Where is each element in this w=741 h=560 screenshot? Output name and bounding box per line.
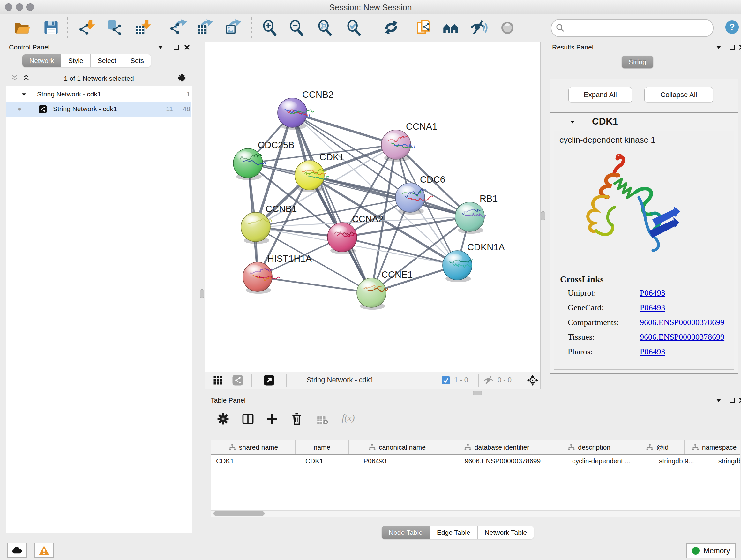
- crosslink-link[interactable]: 9606.ENSP00000378699: [640, 318, 724, 327]
- import-network-file-icon[interactable]: [79, 19, 96, 36]
- search-field[interactable]: [551, 19, 714, 37]
- grid-view-icon[interactable]: [212, 374, 224, 386]
- new-network-from-selection-icon[interactable]: [415, 19, 432, 36]
- results-tab-string[interactable]: String: [622, 56, 653, 68]
- selected-nodes-checkbox[interactable]: [441, 376, 450, 385]
- node-label: CCNA2: [352, 214, 383, 224]
- panel-close-icon[interactable]: [738, 396, 741, 404]
- open-session-icon[interactable]: [14, 19, 30, 36]
- network-node-CDK1[interactable]: CDK1: [295, 152, 344, 192]
- tab-sets[interactable]: Sets: [124, 54, 151, 67]
- save-session-icon[interactable]: [43, 19, 59, 36]
- help-icon[interactable]: ?: [725, 20, 739, 35]
- column-header-description[interactable]: description: [548, 440, 630, 454]
- panel-close-icon[interactable]: [183, 44, 191, 51]
- import-network-database-icon[interactable]: [106, 19, 123, 36]
- show-all-icon[interactable]: [499, 19, 516, 36]
- panel-menu-icon[interactable]: [715, 396, 723, 404]
- delete-column-icon[interactable]: [290, 412, 304, 426]
- hidden-counts: 0 - 0: [497, 376, 512, 384]
- network-collection-row[interactable]: String Network - cdk1 1: [6, 87, 191, 102]
- network-node-CDC25B[interactable]: CDC25B: [233, 140, 294, 180]
- hide-selection-icon[interactable]: [470, 19, 487, 36]
- collection-expander-icon[interactable]: [20, 91, 27, 98]
- table-cell[interactable]: stringdb: [713, 455, 740, 468]
- network-node-CCNE1[interactable]: CCNE1: [357, 269, 413, 310]
- network-node-CCNA1[interactable]: CCNA1: [381, 121, 437, 162]
- column-header-database-identifier[interactable]: database identifier: [445, 440, 548, 454]
- first-neighbors-icon[interactable]: [442, 19, 459, 36]
- protein-expander-icon[interactable]: [569, 118, 576, 125]
- export-table-icon[interactable]: [197, 19, 213, 36]
- crosslink-link[interactable]: P06493: [640, 288, 665, 298]
- column-header--id[interactable]: @id: [630, 440, 684, 454]
- select-columns-icon[interactable]: [241, 412, 255, 426]
- import-table-icon[interactable]: [135, 19, 152, 36]
- table-cell[interactable]: stringdb:9...: [654, 455, 713, 468]
- column-header-shared-name[interactable]: shared name: [211, 440, 295, 454]
- panel-menu-icon[interactable]: [715, 44, 723, 51]
- table-cell[interactable]: 9606.ENSP00000378699: [460, 455, 567, 468]
- network-node-HIST1H1A[interactable]: HIST1H1A: [243, 253, 312, 294]
- panel-close-icon[interactable]: [738, 44, 741, 51]
- export-network-icon[interactable]: [171, 19, 187, 36]
- network-node-RB1[interactable]: RB1: [455, 193, 497, 234]
- column-header-name[interactable]: name: [295, 440, 349, 454]
- table-cell[interactable]: CDK1: [211, 455, 300, 468]
- export-image-icon[interactable]: [225, 19, 242, 36]
- birdseye-view-icon[interactable]: [263, 374, 275, 386]
- panel-float-icon[interactable]: [172, 44, 180, 51]
- network-node-CCNB1[interactable]: CCNB1: [241, 204, 297, 244]
- panel-float-icon[interactable]: [728, 396, 736, 404]
- node-table: shared namenamecanonical namedatabase id…: [211, 440, 740, 517]
- zoom-fit-icon[interactable]: [317, 19, 333, 36]
- warnings-button[interactable]: [34, 543, 54, 558]
- zoom-selected-icon[interactable]: [346, 19, 362, 36]
- expand-all-button[interactable]: Expand All: [568, 87, 632, 103]
- table-horizontal-scrollbar[interactable]: [211, 510, 740, 517]
- table-cell[interactable]: cyclin-dependent ...: [567, 455, 654, 468]
- memory-button[interactable]: Memory: [686, 543, 736, 558]
- network-edge[interactable]: [292, 113, 372, 293]
- network-edge[interactable]: [258, 277, 372, 293]
- column-header-canonical-name[interactable]: canonical name: [349, 440, 445, 454]
- network-node-CDKN1A[interactable]: CDKN1A: [443, 242, 505, 282]
- tab-string[interactable]: String: [622, 56, 653, 68]
- panel-float-icon[interactable]: [728, 44, 736, 51]
- column-tree-icon: [691, 443, 699, 451]
- zoom-out-icon[interactable]: [288, 19, 305, 36]
- left-splitter-handle[interactable]: [200, 289, 204, 298]
- column-header-namespace[interactable]: namespace: [684, 440, 740, 454]
- crosslink-row: Compartments:9606.ENSP00000378699: [568, 318, 619, 327]
- collapse-all-button[interactable]: Collapse All: [644, 87, 713, 103]
- panel-menu-icon[interactable]: [157, 44, 164, 51]
- cloud-button[interactable]: [7, 543, 27, 558]
- hidden-eye-icon[interactable]: [483, 375, 494, 385]
- network-view-icon[interactable]: [232, 374, 244, 386]
- tab-select[interactable]: Select: [91, 54, 124, 67]
- table-row[interactable]: CDK1CDK1P064939606.ENSP00000378699cyclin…: [211, 455, 740, 468]
- crosslink-link[interactable]: P06493: [640, 303, 665, 313]
- move-crosshair-icon[interactable]: [527, 374, 538, 386]
- scrollbar-thumb[interactable]: [213, 511, 265, 516]
- table-cell[interactable]: P06493: [358, 455, 460, 468]
- crosslink-link[interactable]: 9606.ENSP00000378699: [640, 332, 724, 342]
- zoom-in-icon[interactable]: [261, 19, 278, 36]
- right-splitter-handle[interactable]: [541, 211, 545, 220]
- network-options-gear-icon[interactable]: [178, 73, 186, 82]
- network-row-selected[interactable]: String Network - cdk1 11 48: [6, 102, 191, 117]
- table-cell[interactable]: CDK1: [300, 455, 358, 468]
- network-canvas[interactable]: CCNB2CCNA1CDC25BCDK1CDC6RB1CCNB1CCNA2CDK…: [205, 42, 541, 372]
- footer-separator: [252, 374, 252, 387]
- table-settings-icon[interactable]: [216, 412, 230, 426]
- tab-network-table[interactable]: Network Table: [478, 526, 534, 539]
- tab-edge-table[interactable]: Edge Table: [430, 526, 478, 539]
- protein-details: cyclin-dependent kinase 1 CrossLinks Uni…: [554, 131, 734, 370]
- add-column-icon[interactable]: [265, 412, 279, 426]
- search-input[interactable]: [569, 22, 707, 34]
- crosslink-link[interactable]: P06493: [640, 347, 665, 357]
- apply-layout-icon[interactable]: [383, 19, 400, 36]
- tab-node-table[interactable]: Node Table: [382, 526, 430, 539]
- tab-network[interactable]: Network: [22, 54, 61, 67]
- tab-style[interactable]: Style: [61, 54, 91, 67]
